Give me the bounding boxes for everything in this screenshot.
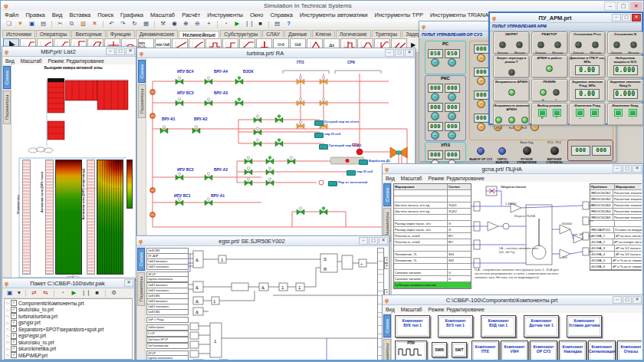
file-item[interactable]: ▷✓egsr\egsr.prt <box>5 333 132 340</box>
minimize-button[interactable]: – <box>359 237 368 245</box>
component-box[interactable]: КомпонентПТЕ <box>472 341 499 361</box>
timer-icon[interactable]: ◔ <box>58 288 67 298</box>
side-tab-Параметры[interactable]: Параметры <box>3 90 11 124</box>
menu-item-поиск[interactable]: Поиск <box>97 12 113 18</box>
turbina-canvas[interactable]: ИПУ БС4БРУ-А4БЗОКГПЗСРКИПУ БС3БРУ-А3БРУ-… <box>146 58 414 235</box>
component-box[interactable]: КомпонентБУД тип 1 <box>481 315 516 337</box>
checkbox[interactable]: ✓ <box>11 320 17 326</box>
component-rpi[interactable]: РПИ <box>395 341 427 361</box>
print-icon[interactable]: ▤ <box>38 19 48 28</box>
green-button[interactable] <box>538 109 547 117</box>
undo-icon[interactable]: ↶ <box>107 19 117 28</box>
side-tab-Параметры[interactable]: Параметры <box>137 272 145 306</box>
file-item[interactable]: ▷✓turbina\turbina.prt <box>5 313 132 320</box>
gcna-canvas[interactable]: МаркировкаСигналЧастота насоса, отн едXQ… <box>392 182 642 294</box>
expand-arrow-icon[interactable]: ▷ <box>5 347 11 351</box>
egsr-canvas[interactable]: &1 &&11 &1 & SR÷ 1 &1 <box>146 246 388 361</box>
mbr-titlebar[interactable]: φ МБР.prt/ List2 – ▢ ✕ <box>2 47 136 57</box>
checkbox[interactable]: ✓ <box>11 333 17 339</box>
export-icon[interactable]: ⇆ <box>41 288 51 298</box>
button-rks[interactable]: − <box>431 112 439 120</box>
side-tab-Параметры[interactable]: Параметры <box>383 339 391 362</box>
zoom-out-icon[interactable]: ⊖ <box>192 19 202 28</box>
tools-icon[interactable]: ⚒ <box>158 19 168 28</box>
table-row[interactable]: 40СНА_4dP на 1/2 насоса <box>590 252 642 258</box>
menu-item-инструменты-автоматики[interactable]: Инструменты автоматики <box>300 12 368 18</box>
component-box[interactable]: КомпонентСигнализация <box>588 341 616 361</box>
props-icon[interactable]: ▦ <box>141 19 151 28</box>
table-row[interactable]: Частота насоса, отн едXQ01 <box>394 202 471 209</box>
tab-Функции[interactable]: Функции <box>107 30 135 38</box>
checkbox[interactable]: ✓ <box>11 307 17 313</box>
menu-item[interactable]: Масштаб <box>401 176 422 181</box>
side-tab-Схема[interactable]: Схема <box>138 60 146 83</box>
component-box[interactable]: КомпонентУставки датчика <box>567 315 602 337</box>
table-row[interactable]: 40СНА_6dP в %-ах от номинала <box>590 264 642 270</box>
maximize-button[interactable]: ▢ <box>623 165 632 173</box>
menu-item-вставка[interactable]: Вставка <box>69 12 90 18</box>
window-egsr[interactable]: φ egsr.prt/ SE.SJR50EY002 – ▢ ✕ СхемаПар… <box>136 235 389 362</box>
delete-icon[interactable]: ✕ <box>90 19 100 28</box>
side-tab-Схема[interactable]: Схема <box>137 248 145 271</box>
tab-Субструктуры[interactable]: Субструктуры <box>220 30 261 38</box>
redo-icon[interactable]: ↷ <box>118 19 128 28</box>
menu-item-инструменты[interactable]: Инструменты <box>207 12 243 18</box>
table-row[interactable]: 40СНА_3dP на 1/2 насоса <box>590 245 642 252</box>
file-item[interactable]: ▷✓gsr\gsr.prt <box>5 320 132 327</box>
menu-item[interactable]: Режим: Редактирование <box>429 307 485 312</box>
menu-item-окно[interactable]: Окно <box>250 12 263 18</box>
cut-icon[interactable]: ✂ <box>55 19 65 28</box>
button-group[interactable]: − <box>477 123 485 131</box>
stop-icon[interactable]: ■ <box>255 19 265 28</box>
menu-item[interactable]: Вид <box>386 176 395 181</box>
side-tab-Схема[interactable]: Схема <box>3 66 11 89</box>
checkbox[interactable]: ✓ <box>11 313 17 319</box>
table-row[interactable] <box>394 264 471 270</box>
menu-item[interactable]: Масштаб <box>21 58 42 64</box>
main-titlebar[interactable]: φ Simulation In Technical Systems – ▢ ✕ <box>1 1 643 12</box>
maximize-button[interactable]: ▢ <box>622 14 631 21</box>
table-row[interactable]: ЯВ10С501Б3Расчетное значение <box>590 202 642 209</box>
run-icon[interactable]: ▶ <box>69 288 79 298</box>
window-components[interactable]: φ C:\СВБР-100\Components\Компоненты.prt … <box>382 295 643 362</box>
button-rks[interactable]: − <box>448 93 456 101</box>
menu-item-инструменты-triana[interactable]: Инструменты TRIANA <box>430 12 488 18</box>
button-with-label[interactable]: Н <box>538 109 547 120</box>
refresh-icon[interactable]: ↻ <box>130 19 140 28</box>
menu-item-графика[interactable]: Графика <box>120 12 143 18</box>
file-item[interactable]: ▷✓skuto\sku_to.prt <box>5 307 132 314</box>
maximize-button[interactable]: ▢ <box>617 2 629 11</box>
table-row[interactable]: ЯВ10С501Б2Расчетное значение <box>590 196 642 202</box>
expand-arrow-icon[interactable]: ▷ <box>5 340 11 344</box>
tab-Логические[interactable]: Логические <box>336 30 371 38</box>
button-rks[interactable]: − <box>431 131 439 140</box>
button-rks[interactable]: − <box>448 131 456 140</box>
turbina-titlebar[interactable]: φ turbina.prt/ RA – ▢ ✕ <box>137 48 415 58</box>
button-group[interactable]: − <box>477 77 485 85</box>
table-row[interactable]: 40СНА_2dP на напоре насоса <box>590 239 642 245</box>
crosshair-icon[interactable]: + <box>204 19 214 28</box>
expand-arrow-icon[interactable]: ▷ <box>5 327 11 331</box>
expand-arrow-icon[interactable]: ▷ <box>5 321 11 325</box>
table-row[interactable]: Силовое питаниеU <box>394 276 471 282</box>
new-icon[interactable]: ❏ <box>4 19 14 28</box>
select-button[interactable] <box>498 147 506 155</box>
stop-icon[interactable]: ■ <box>92 288 102 298</box>
minimize-button[interactable]: – <box>604 2 616 11</box>
button-group[interactable]: − <box>477 100 485 108</box>
book-icon[interactable]: ▤ <box>272 19 282 28</box>
table-row[interactable]: Положение, %S02 <box>394 258 471 264</box>
find-icon[interactable]: ◉ <box>169 19 179 28</box>
maximize-button[interactable]: ▢ <box>395 49 404 57</box>
run-icon[interactable]: ▶ <box>232 19 242 28</box>
table-row[interactable]: 40СНА_1dP на всас насоса <box>590 233 642 239</box>
maximize-button[interactable]: ▢ <box>369 237 378 245</box>
save-icon[interactable]: ▣ <box>27 19 37 28</box>
window-package[interactable]: φ Пакет C:\СВБР-100\svbr.pak ✕ ▣ ▾ ⇄ ⇆ ◔… <box>2 278 135 362</box>
file-item[interactable]: ▷✓Components\Компоненты.prt <box>5 300 132 307</box>
menu-item-инструменты-трр[interactable]: Инструменты ТРР <box>374 12 422 18</box>
tab-Операторы[interactable]: Операторы <box>36 30 71 38</box>
expand-arrow-icon[interactable]: ▷ <box>5 334 11 338</box>
expand-arrow-icon[interactable]: ▷ <box>5 314 11 318</box>
tab-Триггеры[interactable]: Триггеры <box>372 30 402 38</box>
